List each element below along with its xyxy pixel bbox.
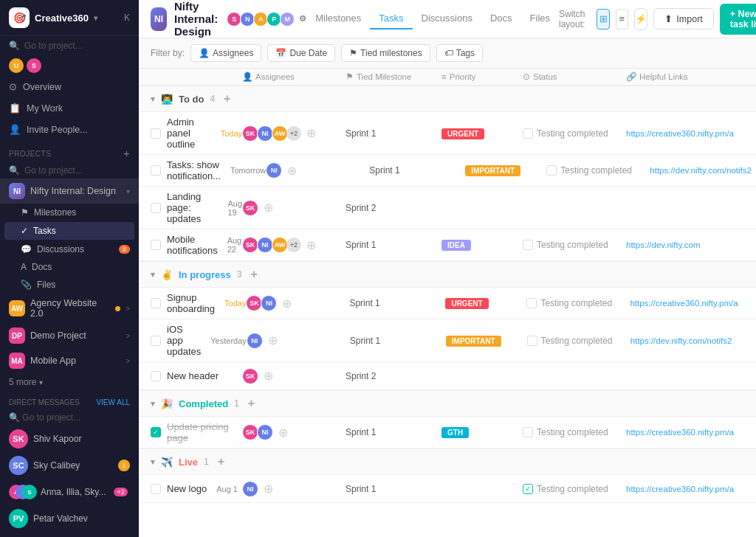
topbar-nav-discussions[interactable]: Discussions xyxy=(413,8,481,30)
k-shortcut-btn[interactable]: K xyxy=(124,13,130,23)
add-assignee-btn[interactable]: ⊕ xyxy=(264,369,273,383)
add-project-btn[interactable]: + xyxy=(123,148,130,159)
assignee-avatar: AW xyxy=(272,237,288,253)
helpful-link[interactable]: https://dev.nifty.com xyxy=(626,240,701,249)
helpful-link[interactable]: https://creative360.nifty.pm/a xyxy=(626,428,734,437)
add-assignee-btn[interactable]: ⊕ xyxy=(268,333,278,347)
topbar-nav-files[interactable]: Files xyxy=(521,8,559,30)
helpful-link[interactable]: https://dev.nifty.com/notifs2 xyxy=(630,336,732,345)
task-checkbox[interactable] xyxy=(151,203,161,213)
col-status: ⊙ Status xyxy=(523,72,626,82)
sidebar-item-my-work[interactable]: 📋 My Work xyxy=(0,97,139,119)
topbar-nav-tasks[interactable]: Tasks xyxy=(370,8,412,30)
project-item-agency[interactable]: AW Agency Website 2.0 > xyxy=(0,294,139,323)
dm-item-anna-group[interactable]: A I S Anna, Illia, Sky... +2 xyxy=(0,479,139,505)
status-checkbox[interactable] xyxy=(523,427,533,437)
task-checkbox[interactable] xyxy=(151,484,161,494)
task-checkbox[interactable]: ✓ xyxy=(151,427,161,437)
task-name-text: Signup onboarding xyxy=(167,292,215,314)
add-assignee-btn[interactable]: ⊕ xyxy=(264,482,273,496)
dm-view-all-link[interactable]: View all xyxy=(96,398,130,406)
task-row[interactable]: Mobile notifications Aug 22 SKNIAW+2⊕ Sp… xyxy=(139,229,756,261)
filter-due-date-btn[interactable]: 📅 Due Date xyxy=(267,44,335,62)
section-header-todo[interactable]: ▾ 👨‍💻 To do 4 + xyxy=(139,86,756,112)
dm-name-shiv: Shiv Kapoor xyxy=(33,434,81,444)
task-checkbox[interactable] xyxy=(151,371,161,381)
task-row[interactable]: Landing page: updates Aug 19 SK⊕ Sprint … xyxy=(139,187,756,229)
status-checkbox[interactable]: ✓ xyxy=(523,484,533,494)
sidebar-sub-docs[interactable]: A Docs xyxy=(0,258,139,276)
section-header-live[interactable]: ▾ ✈️ Live 1 + xyxy=(139,448,756,475)
more-projects-link[interactable]: 5 more ▾ xyxy=(0,373,139,391)
section-emoji-todo: 👨‍💻 xyxy=(161,94,173,105)
task-checkbox[interactable] xyxy=(151,165,161,176)
link-cell: https://creative360.nifty.pm/a xyxy=(626,129,744,138)
section-add-inprogress[interactable]: + xyxy=(250,268,257,281)
assignees-cell: SKNIAW+2⊕ xyxy=(242,237,346,253)
sidebar-item-label-overview: Overview xyxy=(23,82,61,92)
task-row[interactable]: Tasks: show notification... Tomorrow NI⊕… xyxy=(139,155,756,187)
section-add-live[interactable]: + xyxy=(218,455,224,468)
task-checkbox[interactable] xyxy=(151,240,161,250)
project-item-nifty-internal[interactable]: NI Nifty Internal: Design ▾ xyxy=(0,179,139,204)
helpful-link[interactable]: https://creative360.nifty.pm/a xyxy=(626,485,734,493)
add-assignee-btn[interactable]: ⊕ xyxy=(282,297,292,311)
topbar-title-avatars: S N A P M xyxy=(230,12,295,27)
helpful-link[interactable]: https://dev.nifty.com/notifs2 xyxy=(650,166,752,175)
dm-item-shiv[interactable]: SK Shiv Kapoor xyxy=(0,426,139,452)
status-checkbox[interactable] xyxy=(523,240,533,250)
discussions-badge: 8 xyxy=(119,245,130,254)
task-row[interactable]: New logo Aug 1 NI⊕ Sprint 1 ✓Testing com… xyxy=(139,475,756,503)
lightning-btn[interactable]: ⚡ xyxy=(634,8,647,30)
filter-tags-btn[interactable]: 🏷 Tags xyxy=(436,44,483,62)
sidebar-sub-files[interactable]: 📎 Files xyxy=(0,276,139,294)
helpful-link[interactable]: https://creative360.nifty.pm/a xyxy=(626,129,734,138)
sidebar-item-invite[interactable]: 👤 Invite People... xyxy=(0,119,139,140)
status-checkbox[interactable] xyxy=(523,128,533,139)
filter-by-label: Filter by: xyxy=(151,48,185,58)
add-assignee-btn[interactable]: ⊕ xyxy=(278,426,288,440)
section-header-inprogress[interactable]: ▾ ✌️ In progress 3 + xyxy=(139,261,756,288)
task-checkbox[interactable] xyxy=(151,298,161,308)
task-row[interactable]: New header SK⊕ Sprint 2 xyxy=(139,362,756,390)
task-row[interactable]: iOS app updates Yesterday NI⊕ Sprint 1 I… xyxy=(139,319,756,362)
topbar-nav-milestones[interactable]: Milestones xyxy=(306,8,370,30)
task-row[interactable]: Signup onboarding Today SKNI⊕ Sprint 1 U… xyxy=(139,288,756,319)
sidebar-sub-discussions[interactable]: 💬 Discussions 8 xyxy=(0,240,139,258)
helpful-link[interactable]: https://creative360.nifty.pm/a xyxy=(630,299,738,308)
import-btn[interactable]: ⬆ Import xyxy=(653,8,713,30)
agency-unread-dot xyxy=(115,306,120,311)
project-item-demo[interactable]: DP Demo Project > xyxy=(0,323,139,348)
app-logo[interactable]: 🎯 Creative360 ▾ xyxy=(9,7,97,28)
task-row[interactable]: ✓ Update pricing page SKNI⊕ Sprint 1 GTH… xyxy=(139,417,756,448)
project-search[interactable]: 🔍 Go to project... xyxy=(0,162,139,179)
add-assignee-btn[interactable]: ⊕ xyxy=(287,164,297,178)
add-assignee-btn[interactable]: ⊕ xyxy=(306,238,316,252)
filter-assignees-btn[interactable]: 👤 Assignees xyxy=(190,44,261,62)
dm-item-petar[interactable]: PV Petar Valchev xyxy=(0,505,139,532)
sidebar-search[interactable]: 🔍 Go to project... xyxy=(0,36,139,55)
layout-list-btn[interactable]: ≡ xyxy=(616,9,628,30)
sidebar-sub-milestones[interactable]: ⚑ Milestones xyxy=(0,204,139,221)
new-task-list-btn[interactable]: + New task list xyxy=(720,4,756,35)
status-checkbox[interactable] xyxy=(546,165,557,176)
sidebar-sub-tasks[interactable]: ✓ Tasks xyxy=(4,222,134,240)
project-item-mobile[interactable]: MA Mobile App > xyxy=(0,348,139,373)
dm-search[interactable]: 🔍 Go to project... xyxy=(0,409,139,426)
section-header-completed[interactable]: ▾ 🎉 Completed 1 + xyxy=(139,390,756,417)
task-checkbox[interactable] xyxy=(151,128,161,139)
section-add-todo[interactable]: + xyxy=(224,92,230,105)
status-checkbox[interactable] xyxy=(527,336,537,346)
add-assignee-btn[interactable]: ⊕ xyxy=(306,126,316,140)
dm-item-sky[interactable]: SC Sky Calibey 1 xyxy=(0,452,139,479)
task-row[interactable]: Admin panel outline Today SKNIAW+2⊕ Spri… xyxy=(139,112,756,155)
filter-milestones-btn[interactable]: ⚑ Tied milestones xyxy=(341,44,430,62)
section-add-completed[interactable]: + xyxy=(248,397,255,410)
sidebar-item-overview[interactable]: ⊙ Overview xyxy=(0,76,139,97)
status-checkbox[interactable] xyxy=(526,298,537,308)
assignee-avatar: NI xyxy=(257,424,273,440)
topbar-nav-docs[interactable]: Docs xyxy=(481,8,521,30)
task-checkbox[interactable] xyxy=(151,336,161,346)
add-assignee-btn[interactable]: ⊕ xyxy=(264,201,273,215)
layout-grid-btn[interactable]: ⊞ xyxy=(597,9,609,30)
